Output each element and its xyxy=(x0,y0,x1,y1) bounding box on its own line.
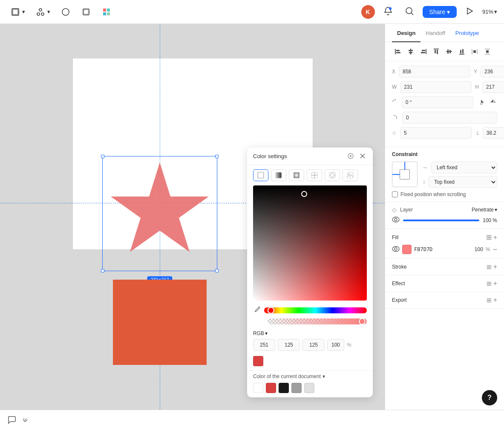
export-add-btn[interactable]: + xyxy=(493,296,497,304)
angular-gradient-btn[interactable] xyxy=(307,169,322,181)
star-ratio-input[interactable] xyxy=(483,127,504,139)
align-left-btn[interactable] xyxy=(392,46,404,58)
stroke-add-btn[interactable]: + xyxy=(493,263,497,271)
fixed-scroll-checkbox[interactable] xyxy=(392,191,398,197)
radial-gradient-btn[interactable] xyxy=(289,169,304,181)
opacity-input[interactable] xyxy=(327,339,344,351)
rotation-input[interactable] xyxy=(402,96,473,108)
fill-grid-btn[interactable]: ⊞ xyxy=(486,233,492,241)
star-shape-container[interactable]: 231×217 xyxy=(102,156,217,271)
linear-gradient-btn[interactable] xyxy=(271,169,286,181)
distribute-h-btn[interactable] xyxy=(469,46,481,58)
svg-rect-31 xyxy=(409,50,413,51)
circle-tool-btn[interactable] xyxy=(57,5,74,19)
tab-prototype[interactable]: Prototype xyxy=(450,24,484,42)
notification-btn[interactable] xyxy=(380,5,396,19)
stroke-grid-btn[interactable]: ⊞ xyxy=(487,263,492,270)
app-logo-icon xyxy=(101,7,112,17)
x-input[interactable] xyxy=(399,66,470,78)
image-fill-btn[interactable] xyxy=(343,169,358,181)
solid-color-btn[interactable] xyxy=(253,169,268,181)
wh-row: W H xyxy=(392,81,497,93)
search-btn[interactable] xyxy=(401,5,418,19)
svg-rect-37 xyxy=(435,50,436,53)
logo-btn[interactable] xyxy=(98,5,115,19)
export-label: Export xyxy=(392,297,485,303)
gradient-picker-circle[interactable] xyxy=(301,191,307,197)
hue-slider[interactable] xyxy=(264,307,367,313)
doc-swatch-light[interactable] xyxy=(304,383,314,393)
corner-input[interactable] xyxy=(402,112,497,124)
y-label: Y xyxy=(474,69,477,75)
color-gradient-picker[interactable] xyxy=(253,185,367,301)
alpha-overlay xyxy=(268,318,367,324)
distribute-v-btn[interactable] xyxy=(481,46,493,58)
rect-shape[interactable] xyxy=(113,280,207,365)
rgb-mode-label[interactable]: RGB ▾ xyxy=(253,330,268,336)
svg-point-26 xyxy=(348,174,350,175)
rgb-inputs-row: % xyxy=(247,339,373,354)
effect-add-btn[interactable]: + xyxy=(493,280,497,287)
component-tool-btn[interactable]: ▾ xyxy=(32,5,54,19)
tab-design[interactable]: Design xyxy=(392,24,420,42)
user-avatar-btn[interactable]: K xyxy=(361,5,375,19)
opacity-slider[interactable] xyxy=(403,220,479,221)
color-panel-pin-btn[interactable] xyxy=(346,152,355,160)
alpha-slider[interactable] xyxy=(268,318,367,324)
align-top-btn[interactable] xyxy=(430,46,442,58)
frame-tool-btn[interactable]: ▾ xyxy=(7,5,29,19)
h-input[interactable] xyxy=(482,81,504,93)
flip-v-btn[interactable] xyxy=(477,98,485,107)
tab-handoff[interactable]: Handoff xyxy=(420,24,450,42)
crop-tool-btn[interactable] xyxy=(78,5,95,19)
color-type-row xyxy=(247,165,373,184)
zoom-btn[interactable]: 91% ▾ xyxy=(482,9,497,15)
layer-visibility-btn[interactable] xyxy=(392,217,400,224)
export-grid-btn[interactable]: ⊞ xyxy=(487,297,492,304)
align-center-v-btn[interactable] xyxy=(443,46,455,58)
align-right-btn[interactable] xyxy=(418,46,429,58)
svg-rect-46 xyxy=(477,49,478,54)
fill-visibility-btn[interactable] xyxy=(392,246,400,253)
doc-swatch-black[interactable] xyxy=(279,383,289,393)
diamond-gradient-btn[interactable] xyxy=(325,169,340,181)
doc-swatch-red[interactable] xyxy=(266,383,276,393)
g-input[interactable] xyxy=(278,339,300,351)
y-input[interactable] xyxy=(481,66,504,78)
corner-row xyxy=(392,112,497,124)
play-btn[interactable] xyxy=(462,5,477,18)
hue-thumb[interactable] xyxy=(268,307,274,314)
flip-h-btn[interactable] xyxy=(489,98,497,107)
color-settings-panel: Color settings xyxy=(247,148,373,397)
share-btn[interactable]: Share ▾ xyxy=(423,6,457,18)
w-input[interactable] xyxy=(400,81,472,93)
fill-color-swatch[interactable] xyxy=(402,245,412,254)
r-input[interactable] xyxy=(253,339,275,351)
comment-btn[interactable] xyxy=(7,415,16,426)
expand-btn[interactable] xyxy=(21,416,29,425)
svg-point-8 xyxy=(389,7,392,10)
doc-colors-header[interactable]: Color of the current document ▾ xyxy=(253,373,367,379)
layer-mode-btn[interactable]: Penetrate ▾ xyxy=(472,207,497,213)
doc-swatch-gray[interactable] xyxy=(291,383,302,393)
rotation-icon-label xyxy=(392,99,398,106)
align-bottom-btn[interactable] xyxy=(456,46,468,58)
b-input[interactable] xyxy=(302,339,325,351)
alpha-slider-row xyxy=(247,317,373,328)
star-points-input[interactable] xyxy=(400,127,472,139)
fill-add-btn[interactable]: + xyxy=(493,234,497,241)
doc-swatch-white[interactable] xyxy=(253,383,263,393)
help-btn[interactable]: ? xyxy=(482,390,497,405)
top-constraint-select[interactable]: Top fixed xyxy=(429,176,497,188)
canvas-area[interactable]: 231×217 Color settings xyxy=(0,24,385,410)
effect-grid-btn[interactable]: ⊞ xyxy=(487,280,492,287)
svg-rect-36 xyxy=(434,49,439,49)
fill-remove-btn[interactable]: − xyxy=(492,245,497,254)
svg-rect-17 xyxy=(258,172,264,178)
align-center-h-btn[interactable] xyxy=(405,46,417,58)
current-color-swatch[interactable] xyxy=(253,356,263,366)
eyedropper-btn[interactable] xyxy=(253,306,261,315)
left-constraint-select[interactable]: Left fixed xyxy=(431,162,497,174)
alpha-thumb[interactable] xyxy=(359,318,366,324)
color-panel-close-btn[interactable] xyxy=(358,152,367,160)
